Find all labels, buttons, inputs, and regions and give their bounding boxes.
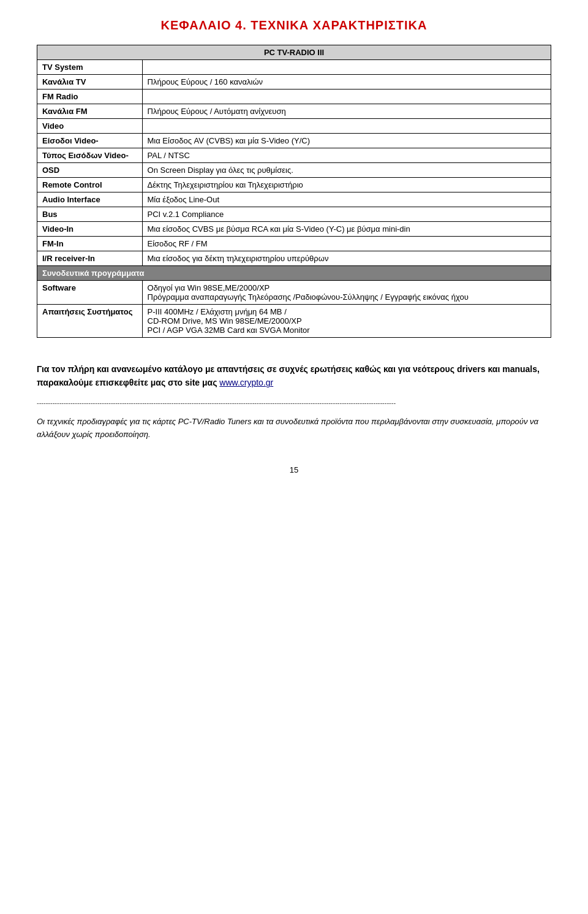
table-row: SoftwareΟδηγοί για Win 98SE,ME/2000/XP Π…: [37, 281, 551, 305]
table-row: FM Radio: [37, 89, 551, 104]
table-row: BusPCI v.2.1 Compliance: [37, 207, 551, 222]
footer-main-text: Για τον πλήρη και ανανεωμένο κατάλογο με…: [37, 364, 540, 387]
row-value: Πλήρους Εύρους / Αυτόματη ανίχνευση: [142, 104, 551, 119]
table-row: I/R receiver-InΜια είσοδος για δέκτη τηλ…: [37, 251, 551, 266]
table-row: OSDOn Screen Display για όλες τις ρυθμίσ…: [37, 163, 551, 178]
table-row: Είσοδοι Video-Μια Είσοδος AV (CVBS) και …: [37, 134, 551, 148]
page-number: 15: [37, 465, 551, 474]
row-value: [142, 119, 551, 134]
row-value: Μια είσοδος CVBS με βύσμα RCA και μία S-…: [142, 222, 551, 237]
row-value: Μία έξοδος Line-Out: [142, 192, 551, 207]
table-row: Remote ControlΔέκτης Τηλεχειριστηρίου κα…: [37, 178, 551, 192]
row-label: Απαιτήσεις Συστήματος: [37, 305, 143, 338]
row-value: Είσοδος RF / FM: [142, 237, 551, 251]
row-value: Δέκτης Τηλεχειριστηρίου και Τηλεχειριστή…: [142, 178, 551, 192]
table-header-row: PC TV-RADIO III: [37, 45, 551, 60]
row-label: I/R receiver-In: [37, 251, 143, 266]
row-value: PAL / NTSC: [142, 148, 551, 163]
row-label: Bus: [37, 207, 143, 222]
row-label: Remote Control: [37, 178, 143, 192]
row-value: Πλήρους Εύρους / 160 καναλιών: [142, 75, 551, 89]
row-label: FM-In: [37, 237, 143, 251]
section-header-cell: Συνοδευτικά προγράμματα: [37, 266, 551, 281]
page-title: ΚΕΦΑΛΑΙΟ 4. ΤΕΧΝΙΚΑ ΧΑΡΑΚΤΗΡΙΣΤΙΚΑ: [37, 18, 551, 32]
footer-main-paragraph: Για τον πλήρη και ανανεωμένο κατάλογο με…: [37, 362, 551, 390]
row-label: Τύπος Εισόδων Video-: [37, 148, 143, 163]
table-row: Συνοδευτικά προγράμματα: [37, 266, 551, 281]
divider-line-text: ----------------------------------------…: [37, 399, 551, 406]
footer-note: Οι τεχνικές προδιαγραφές για τις κάρτες …: [37, 416, 551, 441]
table-row: Απαιτήσεις ΣυστήματοςP-III 400MHz / Ελάχ…: [37, 305, 551, 338]
row-value: Οδηγοί για Win 98SE,ME/2000/XP Πρόγραμμα…: [142, 281, 551, 305]
row-label: Κανάλια FM: [37, 104, 143, 119]
row-label: Είσοδοι Video-: [37, 134, 143, 148]
table-row: Video: [37, 119, 551, 134]
specs-table: PC TV-RADIO III TV SystemΚανάλια TVΠλήρο…: [37, 45, 551, 338]
row-value: Μια Είσοδος AV (CVBS) και μία S-Video (Y…: [142, 134, 551, 148]
row-label: Κανάλια TV: [37, 75, 143, 89]
row-label: Audio Interface: [37, 192, 143, 207]
row-label: TV System: [37, 60, 143, 75]
row-value: On Screen Display για όλες τις ρυθμίσεις…: [142, 163, 551, 178]
table-row: Τύπος Εισόδων Video-PAL / NTSC: [37, 148, 551, 163]
row-label: OSD: [37, 163, 143, 178]
table-row: Video-InΜια είσοδος CVBS με βύσμα RCA κα…: [37, 222, 551, 237]
table-row: TV System: [37, 60, 551, 75]
footer-link[interactable]: www.crypto.gr: [219, 378, 273, 387]
row-value: Μια είσοδος για δέκτη τηλεχειριστηρίου υ…: [142, 251, 551, 266]
table-row: FM-InΕίσοδος RF / FM: [37, 237, 551, 251]
row-label: Video: [37, 119, 143, 134]
table-header-cell: PC TV-RADIO III: [37, 45, 551, 60]
table-row: Audio InterfaceΜία έξοδος Line-Out: [37, 192, 551, 207]
row-value: PCI v.2.1 Compliance: [142, 207, 551, 222]
table-row: Κανάλια TVΠλήρους Εύρους / 160 καναλιών: [37, 75, 551, 89]
row-label: Software: [37, 281, 143, 305]
row-label: FM Radio: [37, 89, 143, 104]
footer-section: Για τον πλήρη και ανανεωμένο κατάλογο με…: [37, 362, 551, 390]
row-value: P-III 400MHz / Ελάχιστη μνήμη 64 MB /CD-…: [142, 305, 551, 338]
row-value: [142, 89, 551, 104]
table-row: Κανάλια FMΠλήρους Εύρους / Αυτόματη ανίχ…: [37, 104, 551, 119]
row-label: Video-In: [37, 222, 143, 237]
row-value: [142, 60, 551, 75]
